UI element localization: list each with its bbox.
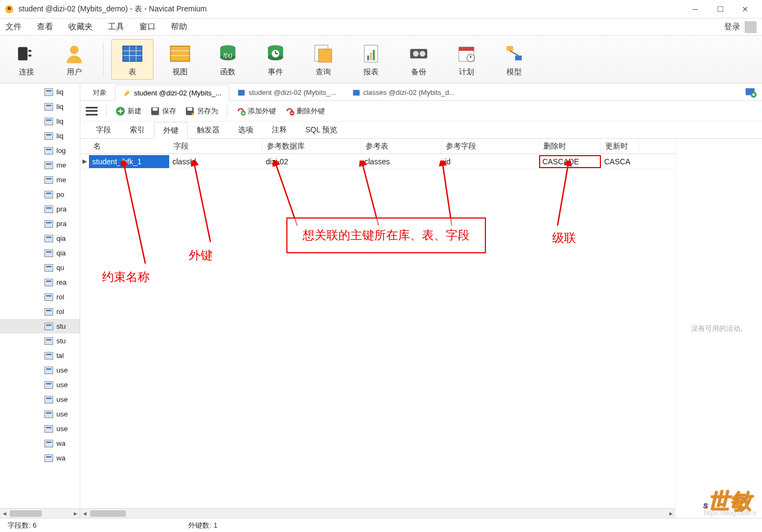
link-remove-icon [285,106,294,116]
subtab-foreign-keys[interactable]: 外键 [154,122,188,139]
grid-scrollbar[interactable]: ◂▸ [80,508,675,518]
subtab-options[interactable]: 选项 [229,121,262,138]
sidebar-item[interactable]: liq [0,114,80,129]
subtab-triggers[interactable]: 触发器 [188,121,229,138]
tool-function[interactable]: f(x) 函数 [207,39,249,80]
sidebar-item[interactable]: wa [0,436,80,451]
sidebar-item[interactable]: stu [0,319,80,334]
cell-field[interactable]: classId [169,155,262,168]
action-add-fk[interactable]: 添加外键 [236,106,276,116]
hamburger-icon[interactable] [86,106,98,117]
sidebar-item[interactable]: liq [0,129,80,143]
menu-tools[interactable]: 工具 [108,22,124,32]
sidebar-item[interactable]: tal [0,348,80,363]
sidebar-item[interactable]: rol [0,304,80,319]
sidebar-item-label: qu [56,264,64,272]
menu-window[interactable]: 窗口 [139,22,156,32]
annotation-arrow [113,161,156,269]
svg-rect-38 [515,55,522,60]
action-save-as[interactable]: 另存为 [185,106,218,116]
col-on-update[interactable]: 更新时 [601,139,639,153]
subtab-sql-preview[interactable]: SQL 预览 [296,121,347,138]
tool-event[interactable]: 事件 [254,39,297,80]
sidebar-item[interactable]: qu [0,260,80,275]
tool-plan[interactable]: 计划 [445,39,488,80]
cell-ref-db[interactable]: dizi-02 [262,155,361,168]
menu-file[interactable]: 文件 [5,22,22,32]
menu-favorites[interactable]: 收藏夹 [68,22,93,32]
sidebar-item[interactable]: wa [0,451,80,465]
tool-report[interactable]: 报表 [350,39,392,80]
action-new[interactable]: 新建 [116,106,142,116]
sidebar-item[interactable]: liq [0,85,80,99]
tool-query[interactable]: 查询 [302,39,344,80]
col-field[interactable]: 字段 [169,139,262,153]
sidebar-item[interactable]: po [0,187,80,202]
svg-rect-11 [171,46,190,61]
minimize-button[interactable]: ─ [683,1,708,17]
sidebar-item[interactable]: use [0,363,80,377]
sidebar-item[interactable]: pra [0,216,80,231]
tool-backup[interactable]: 备份 [398,39,440,80]
table-small-icon [44,118,53,125]
col-ref-db[interactable]: 参考数据库 [262,139,361,153]
sidebar-item[interactable]: log [0,143,80,158]
col-ref-field[interactable]: 参考字段 [441,139,539,153]
tool-model[interactable]: 模型 [493,39,535,80]
svg-line-39 [510,50,518,55]
subtab-indexes[interactable]: 索引 [120,121,154,138]
sidebar-item[interactable]: use [0,407,80,421]
sidebar-item[interactable]: use [0,392,80,407]
model-icon [503,42,526,65]
col-name[interactable]: 名 [89,139,169,153]
sidebar-item[interactable]: me [0,172,80,187]
tool-user[interactable]: 用户 [53,39,95,80]
action-delete-fk[interactable]: 删除外键 [285,106,325,116]
sidebar-item[interactable]: pra [0,202,80,216]
sidebar-scrollbar[interactable]: ◂▸ [0,508,80,518]
cell-ref-field[interactable]: id [441,155,539,168]
menu-help[interactable]: 帮助 [171,22,187,32]
tree-list[interactable]: liqliqliqliqlogmemepoprapraqiaqiaqurearo… [0,84,80,508]
sidebar-item[interactable]: liq [0,99,80,114]
sidebar-item[interactable]: stu [0,334,80,348]
cell-ref-table[interactable]: classes [361,155,441,168]
annotation-cascade: 级联 [552,230,576,246]
cell-on-delete[interactable]: CASCADE [539,155,601,168]
sidebar-item[interactable]: rea [0,275,80,290]
cell-name[interactable]: student_ibfk_1 [89,155,169,168]
table-small-icon [44,337,53,345]
tab-student-2[interactable]: student @dizi-02 (Mybits_... [229,84,344,100]
sidebar-item-label: wa [56,439,66,447]
table-small-icon [44,88,53,96]
sidebar-item-label: liq [56,132,63,140]
sidebar-item[interactable]: use [0,421,80,436]
tab-classes[interactable]: classes @dizi-02 (Mybits_d... [344,84,463,100]
menu-login[interactable]: 登录 [724,22,740,32]
annotation-constraint-name: 约束名称 [102,269,150,285]
pencil-icon [123,89,131,97]
window-title: student @dizi-02 (Mybits_demo) - 表 - Nav… [18,4,683,14]
tool-view[interactable]: 视图 [159,39,201,80]
close-button[interactable]: ✕ [733,1,758,17]
add-tab-icon[interactable] [745,86,757,98]
tool-table[interactable]: 表 [111,39,153,80]
sidebar-item[interactable]: me [0,158,80,172]
menu-view[interactable]: 查看 [37,22,53,32]
col-ref-table[interactable]: 参考表 [361,139,441,153]
tab-student-1[interactable]: student @dizi-02 (Mybits_... [115,85,229,101]
subtab-fields[interactable]: 字段 [87,121,120,138]
tab-objects[interactable]: 对象 [85,84,115,100]
tool-connect[interactable]: 连接 [5,39,48,80]
table-row[interactable]: ▶ student_ibfk_1 classId dizi-02 classes… [80,154,675,169]
avatar-icon[interactable] [745,21,757,33]
cell-on-update[interactable]: CASCA [601,155,639,168]
sidebar-item[interactable]: qia [0,231,80,246]
subtab-comment[interactable]: 注释 [262,121,296,138]
sidebar-item[interactable]: use [0,377,80,392]
sidebar-item[interactable]: rol [0,290,80,304]
col-on-delete[interactable]: 删除时 [539,139,601,153]
sidebar-item[interactable]: qia [0,246,80,260]
maximize-button[interactable]: ☐ [708,1,733,17]
action-save[interactable]: 保存 [150,106,176,116]
